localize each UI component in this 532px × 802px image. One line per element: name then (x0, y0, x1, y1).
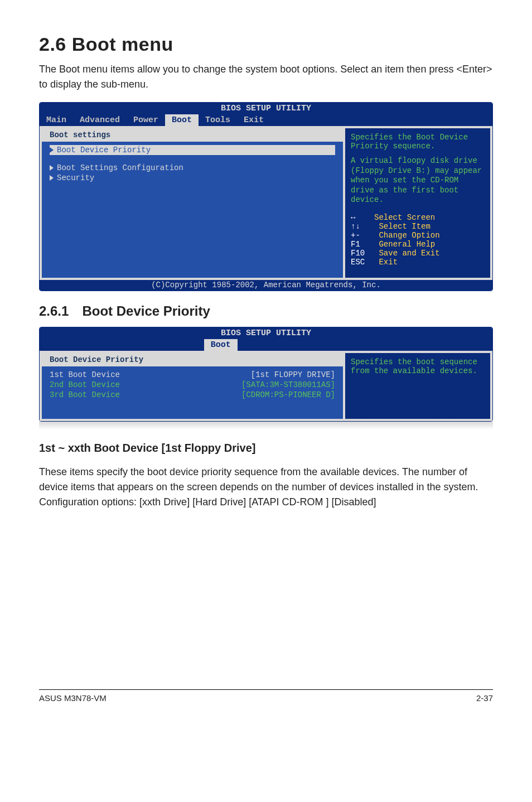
boot-device-row-2[interactable]: 2nd Boot Device [SATA:3M-ST380011AS] (50, 380, 335, 390)
menu-item-boot-settings-configuration[interactable]: Boot Settings Configuration (50, 163, 335, 173)
section-name: Boot menu (72, 33, 173, 55)
boot-device-value: [CDROM:PS-PIONEER D] (241, 390, 335, 399)
bios-title: BIOS SETUP UTILITY (40, 327, 492, 339)
legend-key: ↑↓ (351, 222, 360, 231)
bios-help-text: Specifies the boot sequence from the ava… (351, 357, 485, 375)
tab-boot[interactable]: Boot (165, 114, 199, 126)
bios-heading: Boot settings (50, 131, 110, 139)
bios-boot-device-priority: BIOS SETUP UTILITY Boot Boot Device Prio… (39, 327, 493, 422)
legend-row: ↑↓ Select Item (351, 222, 485, 231)
boot-device-row-1[interactable]: 1st Boot Device [1st FLOPPY DRIVE] (50, 370, 335, 380)
menu-item-label: Boot Device Priority (57, 146, 151, 154)
tab-main[interactable]: Main (40, 114, 73, 126)
section-intro: The Boot menu items allow you to change … (39, 62, 493, 92)
bios-tabs: Boot (40, 339, 492, 351)
legend-row: ESC Exit (351, 258, 485, 267)
footer-right: 2-37 (476, 693, 493, 703)
bios-help-panel: Specifies the Boot Device Priority seque… (343, 126, 492, 280)
bios-tabs: Main Advanced Power Boot Tools Exit (40, 114, 492, 126)
legend-text: Select Item (379, 222, 430, 231)
boot-device-value: [1st FLOPPY DRIVE] (251, 370, 335, 379)
legend-key: +- (351, 231, 360, 240)
fade-divider (39, 422, 493, 429)
legend-text: Save and Exit (379, 249, 439, 258)
bios-help-top: Specifies the Boot Device Priority seque… (351, 133, 485, 151)
chevron-right-icon (50, 147, 54, 153)
menu-item-label: Boot Settings Configuration (57, 163, 183, 172)
chevron-right-icon (50, 175, 54, 181)
footer-left: ASUS M3N78-VM (39, 693, 107, 703)
bios-help-panel: Specifies the boot sequence from the ava… (343, 351, 492, 421)
section-number: 2.6 (39, 33, 66, 55)
tab-boot[interactable]: Boot (204, 339, 238, 351)
legend-key: ESC (351, 258, 365, 267)
legend-text: Exit (379, 258, 398, 267)
menu-item-security[interactable]: Security (50, 173, 335, 183)
legend-key: F10 (351, 249, 365, 258)
subsection-number: 2.6.1 (39, 303, 69, 318)
menu-item-boot-device-priority[interactable]: Boot Device Priority (50, 145, 335, 155)
boot-device-label: 1st Boot Device (50, 370, 120, 379)
legend-text: General Help (379, 240, 435, 249)
subsection-name: Boot Device Priority (82, 303, 210, 318)
legend-key: F1 (351, 240, 360, 249)
tab-advanced[interactable]: Advanced (73, 114, 127, 126)
boot-device-label: 3rd Boot Device (50, 390, 120, 399)
tab-power[interactable]: Power (127, 114, 165, 126)
boot-device-row-3[interactable]: 3rd Boot Device [CDROM:PS-PIONEER D] (50, 390, 335, 400)
menu-item-label: Security (57, 173, 94, 182)
section-title: 2.6 Boot menu (39, 33, 493, 55)
legend-row: F1 General Help (351, 240, 485, 249)
bios-help-mid: A virtual floopy disk drive (Floppy Driv… (351, 156, 485, 205)
legend-row: +- Change Option (351, 231, 485, 240)
legend-row: ↔ Select Screen (351, 213, 485, 222)
tab-exit[interactable]: Exit (237, 114, 270, 126)
boot-device-value: [SATA:3M-ST380011AS] (241, 380, 335, 389)
subsub-paragraph: These items specify the boot device prio… (39, 465, 493, 510)
legend-text: Select Screen (374, 213, 435, 222)
subsub-title: 1st ~ xxth Boot Device [1st Floppy Drive… (39, 442, 493, 455)
chevron-right-icon (50, 165, 54, 171)
page-footer: ASUS M3N78-VM 2-37 (39, 689, 493, 703)
bios-heading: Boot Device Priority (50, 355, 143, 364)
bios-footer: (C)Copyright 1985-2002, American Megatre… (40, 280, 492, 291)
bios-boot-menu: BIOS SETUP UTILITY Main Advanced Power B… (39, 102, 493, 291)
bios-legend: ↔ Select Screen ↑↓ Select Item +- Change… (351, 213, 485, 267)
legend-key: ↔ (351, 213, 355, 222)
tab-tools[interactable]: Tools (199, 114, 237, 126)
subsection-title: 2.6.1 Boot Device Priority (39, 303, 493, 319)
bios-title: BIOS SETUP UTILITY (40, 103, 492, 114)
boot-device-label: 2nd Boot Device (50, 380, 120, 389)
legend-text: Change Option (379, 231, 439, 240)
legend-row: F10 Save and Exit (351, 249, 485, 258)
